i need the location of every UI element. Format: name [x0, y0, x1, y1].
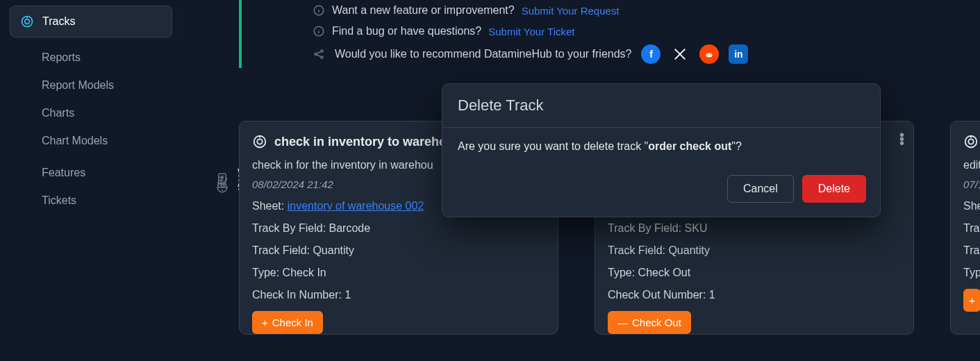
- sidebar-item-reports[interactable]: Reports: [8, 44, 174, 71]
- minus-icon: —: [617, 317, 628, 328]
- check-in-button[interactable]: + Check In: [252, 311, 323, 334]
- card-date: 07/11: [963, 178, 980, 190]
- sidebar-item-features[interactable]: Features: [8, 160, 174, 186]
- button-label: Check Out: [632, 317, 681, 328]
- card-title-row: [963, 134, 980, 149]
- linkedin-icon[interactable]: in: [729, 44, 748, 64]
- dialog-text-pre: Are you sure you want to delete track ": [458, 140, 648, 152]
- delete-button[interactable]: Delete: [802, 175, 866, 203]
- card-menu-icon[interactable]: •••: [899, 133, 904, 145]
- banner-share-line: Would you like to recommend DatamineHub …: [313, 42, 980, 68]
- sidebar-item-tracks[interactable]: Tracks: [10, 6, 172, 37]
- submit-ticket-link[interactable]: Submit Your Ticket: [488, 26, 574, 37]
- card-title: check in inventory to warehouse: [274, 135, 468, 149]
- sidebar-item-label: Report Models: [42, 79, 114, 92]
- card-trackby: Track By Field: SKU: [608, 222, 901, 235]
- facebook-icon[interactable]: f: [641, 44, 661, 64]
- card-type: Type: [963, 267, 980, 279]
- banner-text: Find a bug or have questions?: [332, 25, 481, 37]
- svg-point-13: [711, 54, 712, 56]
- tracks-icon: [20, 15, 34, 28]
- svg-point-9: [321, 56, 323, 58]
- banner-bug-line: Find a bug or have questions? Submit You…: [313, 21, 980, 42]
- share-icon: [313, 48, 325, 60]
- card-count: Check Out Number: 1: [608, 289, 901, 301]
- card-trackfield: Track: [963, 244, 980, 257]
- tracks-icon: [963, 134, 979, 149]
- sidebar-item-tickets[interactable]: Tickets: [8, 187, 174, 214]
- sidebar-item-label: Tickets: [42, 194, 76, 207]
- card-type: Type: Check Out: [608, 267, 901, 279]
- info-icon: [313, 4, 325, 17]
- cancel-button[interactable]: Cancel: [727, 175, 794, 203]
- svg-point-8: [321, 50, 323, 52]
- dialog-title: Delete Track: [442, 84, 880, 128]
- x-icon[interactable]: [670, 44, 690, 64]
- svg-point-17: [968, 139, 973, 144]
- sidebar-item-report-models[interactable]: Report Models: [8, 72, 174, 99]
- card-desc: edite: [963, 159, 980, 171]
- card-trackby: Track: [963, 222, 980, 235]
- svg-point-12: [707, 54, 708, 56]
- card-type: Type: Check In: [252, 267, 545, 279]
- plus-icon: +: [262, 317, 268, 328]
- submit-request-link[interactable]: Submit Your Request: [522, 5, 620, 17]
- sidebar-item-label: Features: [42, 167, 85, 179]
- sidebar-item-chart-models[interactable]: Chart Models: [8, 128, 174, 154]
- reddit-icon[interactable]: [699, 44, 719, 64]
- dialog-footer: Cancel Delete: [442, 165, 880, 217]
- sheet-link[interactable]: inventory of warehouse 002: [288, 200, 424, 212]
- sidebar-item-label: Tracks: [42, 15, 75, 28]
- card-trackfield: Track Field: Quantity: [252, 244, 545, 257]
- banner-text: Would you like to recommend DatamineHub …: [335, 48, 631, 60]
- card-trackby: Track By Field: Barcode: [252, 222, 545, 235]
- svg-point-7: [315, 53, 317, 56]
- sidebar-item-label: Charts: [42, 107, 74, 119]
- plus-icon: +: [969, 294, 975, 306]
- info-icon: [313, 25, 325, 37]
- check-out-button[interactable]: — Check Out: [608, 311, 691, 334]
- banner-text: Want a new feature or improvement?: [332, 4, 515, 17]
- svg-point-2: [25, 19, 30, 24]
- svg-point-15: [257, 139, 262, 144]
- field-label: Sheet:: [252, 200, 288, 212]
- dialog-track-name: order check out: [648, 140, 731, 152]
- delete-dialog: Delete Track Are you sure you want to de…: [442, 83, 881, 217]
- button-label: Check In: [272, 317, 313, 328]
- dialog-body: Are you sure you want to delete track "o…: [442, 128, 880, 165]
- track-card: edite 07/11 Shee Track Track Type +: [950, 121, 980, 335]
- check-button[interactable]: +: [963, 289, 980, 312]
- banner: Want a new feature or improvement? Submi…: [239, 0, 980, 68]
- card-count: Check In Number: 1: [252, 289, 545, 301]
- sidebar-item-label: Reports: [42, 51, 81, 64]
- svg-point-11: [706, 53, 713, 58]
- sidebar-item-label: Chart Models: [42, 135, 108, 147]
- tracks-icon: [252, 134, 267, 149]
- banner-feature-line: Want a new feature or improvement? Submi…: [313, 0, 980, 21]
- sidebar-item-charts[interactable]: Charts: [8, 100, 174, 126]
- dialog-text-post: "?: [731, 140, 742, 152]
- card-sheet: Shee: [963, 200, 980, 212]
- sidebar: Sheets Tracks Working Sheet Analytics Re…: [0, 0, 182, 361]
- card-trackfield: Track Field: Quantity: [608, 244, 901, 257]
